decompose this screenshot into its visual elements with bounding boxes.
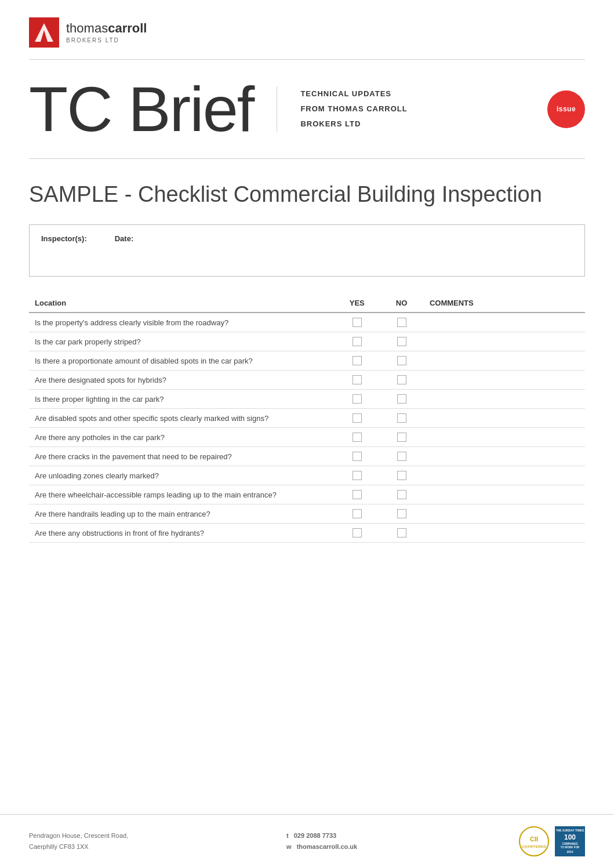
no-checkbox[interactable] [397, 337, 406, 346]
banner-line2: FROM THOMAS CARROLL [300, 101, 524, 117]
logo-container: thomascarroll BROKERS LTD [29, 17, 147, 48]
yes-cell[interactable] [335, 332, 379, 351]
yes-cell[interactable] [335, 390, 379, 409]
yes-checkbox[interactable] [353, 490, 362, 499]
logo-text: thomascarroll BROKERS LTD [66, 21, 147, 43]
yes-cell[interactable] [335, 428, 379, 447]
yes-checkbox[interactable] [353, 413, 362, 423]
table-row: Is the property's address clearly visibl… [29, 313, 585, 332]
yes-checkbox[interactable] [353, 509, 362, 518]
question-cell: Are there designated spots for hybrids? [29, 371, 335, 390]
yes-cell[interactable] [335, 466, 379, 485]
no-checkbox[interactable] [397, 452, 406, 461]
banner-info: TECHNICAL UPDATES FROM THOMAS CARROLL BR… [277, 86, 524, 132]
table-row: Are there cracks in the pavement that ne… [29, 447, 585, 466]
question-cell: Are unloading zones clearly marked? [29, 466, 335, 485]
no-checkbox[interactable] [397, 394, 406, 404]
footer-badge-cii: CII CHARTERED [519, 826, 549, 856]
yes-checkbox[interactable] [353, 433, 362, 442]
footer-tel-value: 029 2088 7733 [294, 832, 336, 839]
comments-cell [424, 485, 585, 504]
no-checkbox[interactable] [397, 318, 406, 327]
no-checkbox[interactable] [397, 509, 406, 518]
no-checkbox[interactable] [397, 375, 406, 384]
no-cell[interactable] [379, 409, 424, 428]
yes-checkbox[interactable] [353, 394, 362, 404]
comments-cell [424, 351, 585, 371]
table-row: Are there any obstructions in front of f… [29, 524, 585, 543]
page: thomascarroll BROKERS LTD TC Brief TECHN… [0, 0, 614, 868]
date-field: Date: [115, 234, 139, 243]
question-cell: Is there a proportionate amount of disab… [29, 351, 335, 371]
footer-web: w thomascarroll.co.uk [286, 841, 361, 852]
no-cell[interactable] [379, 313, 424, 332]
table-row: Is there a proportionate amount of disab… [29, 351, 585, 371]
checklist-table: Location YES NO COMMENTS Is the property… [29, 294, 585, 543]
no-cell[interactable] [379, 524, 424, 543]
chartered-label: CHARTERED [522, 845, 546, 849]
yes-cell[interactable] [335, 524, 379, 543]
main-content: SAMPLE - Checklist Commercial Building I… [0, 159, 614, 814]
brand-name-bold: carroll [108, 21, 147, 35]
comments-cell [424, 409, 585, 428]
yes-checkbox[interactable] [353, 471, 362, 480]
yes-checkbox[interactable] [353, 375, 362, 384]
no-cell[interactable] [379, 485, 424, 504]
comments-cell [424, 524, 585, 543]
table-row: Are there designated spots for hybrids? [29, 371, 585, 390]
question-cell: Is the property's address clearly visibl… [29, 313, 335, 332]
logo-icon [29, 17, 59, 48]
no-cell[interactable] [379, 447, 424, 466]
yes-cell[interactable] [335, 409, 379, 428]
inspector-field: Inspector(s): [41, 234, 92, 243]
question-cell: Are there any obstructions in front of f… [29, 524, 335, 543]
no-cell[interactable] [379, 390, 424, 409]
yes-cell[interactable] [335, 371, 379, 390]
comments-cell [424, 313, 585, 332]
yes-cell[interactable] [335, 313, 379, 332]
comments-cell [424, 504, 585, 524]
col-header-yes: YES [335, 294, 379, 313]
yes-checkbox[interactable] [353, 356, 362, 365]
no-checkbox[interactable] [397, 471, 406, 480]
col-header-comments: COMMENTS [424, 294, 585, 313]
no-cell[interactable] [379, 332, 424, 351]
question-cell: Are disabled spots and other specific sp… [29, 409, 335, 428]
no-checkbox[interactable] [397, 413, 406, 423]
banner-line3: BROKERS LTD [300, 117, 524, 132]
question-cell: Are there cracks in the pavement that ne… [29, 447, 335, 466]
no-checkbox[interactable] [397, 528, 406, 537]
yes-cell[interactable] [335, 485, 379, 504]
footer-tel: t 029 2088 7733 [286, 830, 361, 841]
question-cell: Is there proper lighting in the car park… [29, 390, 335, 409]
yes-cell[interactable] [335, 447, 379, 466]
no-checkbox[interactable] [397, 433, 406, 442]
no-checkbox[interactable] [397, 356, 406, 365]
checklist-body: Is the property's address clearly visibl… [29, 313, 585, 543]
no-cell[interactable] [379, 504, 424, 524]
yes-checkbox[interactable] [353, 337, 362, 346]
table-row: Is the car park properly striped? [29, 332, 585, 351]
comments-cell [424, 332, 585, 351]
no-cell[interactable] [379, 466, 424, 485]
no-cell[interactable] [379, 371, 424, 390]
footer-web-value: thomascarroll.co.uk [297, 843, 358, 850]
footer-web-label: w [286, 843, 292, 850]
header: thomascarroll BROKERS LTD [0, 0, 614, 59]
no-cell[interactable] [379, 428, 424, 447]
yes-checkbox[interactable] [353, 528, 362, 537]
yes-checkbox[interactable] [353, 452, 362, 461]
no-cell[interactable] [379, 351, 424, 371]
comments-cell [424, 428, 585, 447]
no-checkbox[interactable] [397, 490, 406, 499]
table-row: Are there handrails leading up to the ma… [29, 504, 585, 524]
comments-cell [424, 390, 585, 409]
yes-cell[interactable] [335, 351, 379, 371]
comments-cell [424, 466, 585, 485]
inspector-label: Inspector(s): [41, 234, 87, 243]
footer-address-line2: Caerphilly CF83 1XX [29, 841, 128, 852]
yes-cell[interactable] [335, 504, 379, 524]
yes-checkbox[interactable] [353, 318, 362, 327]
issue-badge: issue [547, 90, 585, 128]
table-header-row: Location YES NO COMMENTS [29, 294, 585, 313]
